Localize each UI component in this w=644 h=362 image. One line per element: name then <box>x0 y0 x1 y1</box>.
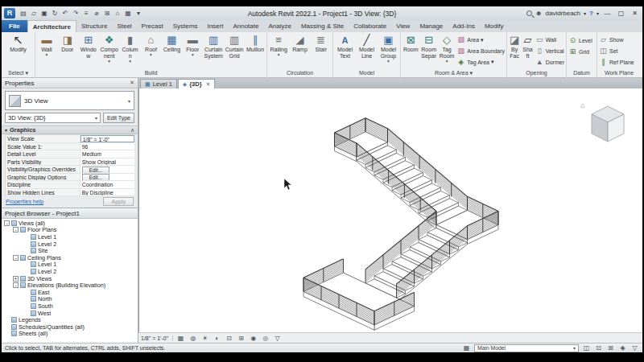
ribbon-tab-massing-site[interactable]: Massing & Site <box>296 20 349 32</box>
edit-display-options-button[interactable]: Edit... <box>82 174 109 180</box>
temporary-hide-isolate-icon[interactable]: ◉ <box>249 335 258 342</box>
tree-item-east[interactable]: East <box>2 289 138 296</box>
visual-style-icon[interactable]: ◍ <box>188 335 197 342</box>
column-button[interactable]: ▮ Column ▾ <box>120 33 141 69</box>
grid-button[interactable]: ⊞ Grid <box>568 46 592 57</box>
3d-view-icon[interactable]: ⌂ <box>113 8 122 19</box>
reveal-hidden-elements-icon[interactable]: ◎ <box>261 335 270 342</box>
model-text-button[interactable]: A Model Text <box>334 33 356 69</box>
property-row[interactable]: Graphic Display Options Edit... <box>6 174 134 182</box>
detail-level-icon[interactable]: ▦ <box>176 335 185 342</box>
tree-item-ceiling-plans[interactable]: -Ceiling Plans <box>2 254 138 261</box>
tree-item-level1-plan[interactable]: Level 1 <box>2 233 138 241</box>
ribbon-tab-precast[interactable]: Precast <box>137 20 168 32</box>
properties-header[interactable]: Properties ✕ <box>2 78 138 88</box>
3d-stair-drawing[interactable]: ⌂ <box>139 88 642 332</box>
qat-dropdown-icon[interactable]: ▾ <box>134 8 143 19</box>
room-separator-button[interactable]: ⊟ Room Separator <box>419 33 437 69</box>
property-row[interactable]: Parts Visibility Show Original <box>6 158 134 167</box>
project-browser-header[interactable]: Project Browser - Project1 <box>2 208 138 219</box>
print-icon[interactable]: ≡ <box>81 8 91 19</box>
modify-button[interactable]: ↖ Modify <box>2 33 34 69</box>
ribbon-tab-analyze[interactable]: Analyze <box>263 20 295 32</box>
ribbon-tab-collaborate[interactable]: Collaborate <box>349 20 391 32</box>
floor-button[interactable]: ▬ Floor ▾ <box>182 33 203 69</box>
wall-opening-button[interactable]: ▭ Wall <box>535 35 564 46</box>
type-selector[interactable]: 3D View ▾ <box>5 91 134 110</box>
help-dropdown-icon[interactable]: ▾ <box>597 10 599 16</box>
by-face-button[interactable]: ◪ By Face <box>508 33 521 69</box>
collapse-icon[interactable]: ∧ <box>130 127 134 134</box>
ref-plane-button[interactable]: ∥ Ref Plane <box>599 56 634 68</box>
show-work-plane-button[interactable]: ▱ Show <box>599 35 634 46</box>
sync-icon[interactable]: ↻ <box>50 8 60 19</box>
close-view-tab-icon[interactable]: ✕ <box>206 81 210 88</box>
tree-item-south[interactable]: South <box>2 302 138 310</box>
view-tab-level1[interactable]: ▦ Level 1 <box>140 79 177 88</box>
property-row[interactable]: View Scale 1/8" = 1'-0" <box>6 135 134 143</box>
redo-icon[interactable]: ↷ <box>71 8 80 19</box>
edit-type-button[interactable]: Edit Type <box>103 113 134 123</box>
tree-item-site-plan[interactable]: Site <box>2 247 138 254</box>
tree-item-level2-plan[interactable]: Level 2 <box>2 241 138 248</box>
tree-item-floor-plans[interactable]: -Floor Plans <box>2 227 138 234</box>
ribbon-tab-systems[interactable]: Systems <box>168 20 203 32</box>
tree-item-level1-ceiling[interactable]: Level 1 <box>2 261 138 269</box>
tree-item-legends[interactable]: Legends <box>2 316 138 323</box>
help-icon[interactable]: ? <box>589 10 593 17</box>
graphics-section-header[interactable]: ▾ Graphics ∧ <box>2 125 138 134</box>
apply-button[interactable]: Apply <box>103 197 134 206</box>
undo-icon[interactable]: ↶ <box>60 8 70 19</box>
area-boundary-button[interactable]: ▨ Area Boundary <box>456 46 505 57</box>
shaft-button[interactable]: ▱ Shaft <box>521 33 534 69</box>
set-work-plane-button[interactable]: ◫ Set <box>599 46 634 57</box>
curtain-system-button[interactable]: ▥ Curtain System <box>203 33 224 69</box>
revit-logo-icon[interactable]: R <box>4 8 15 19</box>
area-button[interactable]: ▧ Area ▾ <box>456 35 505 46</box>
ribbon-tab-addins[interactable]: Add-Ins <box>448 20 480 32</box>
save-icon[interactable]: ▣ <box>39 8 49 19</box>
model-canvas[interactable]: ⌂ <box>138 88 642 332</box>
ribbon-tab-insert[interactable]: Insert <box>202 20 228 32</box>
view-scale-control[interactable]: 1/8" = 1'-0" <box>141 335 173 341</box>
component-button[interactable]: ❖ Component ▾ <box>99 33 120 69</box>
ribbon-tab-annotate[interactable]: Annotate <box>228 20 263 32</box>
section-icon[interactable]: ▦ <box>123 8 133 19</box>
search-icon[interactable] <box>526 10 532 16</box>
mullion-button[interactable]: ∥ Mullion <box>245 33 266 69</box>
view-tab-3d[interactable]: ◈ {3D} ✕ <box>178 79 215 88</box>
vertical-opening-button[interactable]: ▯ Vertical <box>535 46 564 57</box>
property-row[interactable]: Visibility/Graphics Overrides Edit... <box>6 166 134 174</box>
temporary-view-properties-icon[interactable]: ▽ <box>273 335 282 342</box>
tree-item-level2-ceiling[interactable]: Level 2 <box>2 268 138 275</box>
tree-item-views-all[interactable]: -Views (all) <box>2 220 138 227</box>
ramp-button[interactable]: ◢ Ramp <box>289 33 310 69</box>
railing-button[interactable]: ≡ Railing ▾ <box>268 33 289 69</box>
design-options-icon[interactable]: ◫ <box>582 344 591 352</box>
properties-help-link[interactable]: Properties help <box>6 199 43 204</box>
wall-button[interactable]: ▬ Wall ▾ <box>36 33 57 69</box>
curtain-grid-button[interactable]: ▥ Curtain Grid <box>224 33 245 69</box>
panel-label-select[interactable]: Select ▾ <box>2 69 35 78</box>
shadows-icon[interactable]: ◐ <box>213 335 221 342</box>
roof-button[interactable]: ⌂ Roof ▾ <box>141 33 162 69</box>
property-row[interactable]: Show Hidden Lines By Discipline <box>6 189 134 197</box>
tag-area-button[interactable]: ◈ Tag Area ▾ <box>456 56 505 68</box>
property-row[interactable]: Scale Value 1: 96 <box>6 143 134 151</box>
tag-room-button[interactable]: ◇ Tag Room ▾ <box>438 33 456 69</box>
measure-icon[interactable]: ⌀ <box>92 8 101 19</box>
close-button[interactable]: ✕ <box>630 10 640 17</box>
editable-only-icon[interactable]: ⊡ <box>594 344 603 352</box>
property-row[interactable]: Detail Level Medium <box>6 150 134 158</box>
ribbon-tab-structure[interactable]: Structure <box>76 20 112 32</box>
open-icon[interactable]: ▱ <box>29 8 39 19</box>
dormer-opening-button[interactable]: ▲ Dormer <box>535 56 564 68</box>
tree-item-north[interactable]: North <box>2 296 138 303</box>
ceiling-button[interactable]: ▦ Ceiling <box>161 33 182 69</box>
crop-view-icon[interactable]: ⊡ <box>225 335 233 342</box>
panel-label-room-area[interactable]: Room & Area ▾ <box>401 69 506 78</box>
model-line-button[interactable]: ╱ Model Line <box>356 33 378 69</box>
menu-icon[interactable]: ▤ <box>19 8 28 19</box>
sun-settings-icon[interactable]: ☀ <box>200 335 209 342</box>
worksets-icon[interactable]: ▦ <box>462 344 471 352</box>
